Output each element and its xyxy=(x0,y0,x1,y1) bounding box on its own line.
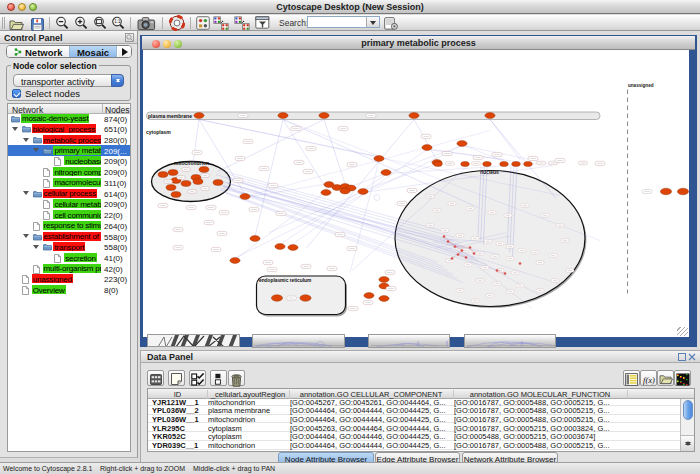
svg-text:1:1: 1:1 xyxy=(114,19,121,24)
svg-text:f(x): f(x) xyxy=(643,374,655,384)
svg-text:cytoplasm: cytoplasm xyxy=(146,128,171,134)
svg-text:mitochondrion: mitochondrion xyxy=(174,159,209,165)
svg-text:plasma membrane: plasma membrane xyxy=(148,112,192,118)
svg-text:endoplasmic reticulum: endoplasmic reticulum xyxy=(259,278,311,283)
svg-text:nucleus: nucleus xyxy=(480,169,499,175)
svg-text:unassigned: unassigned xyxy=(628,83,654,88)
